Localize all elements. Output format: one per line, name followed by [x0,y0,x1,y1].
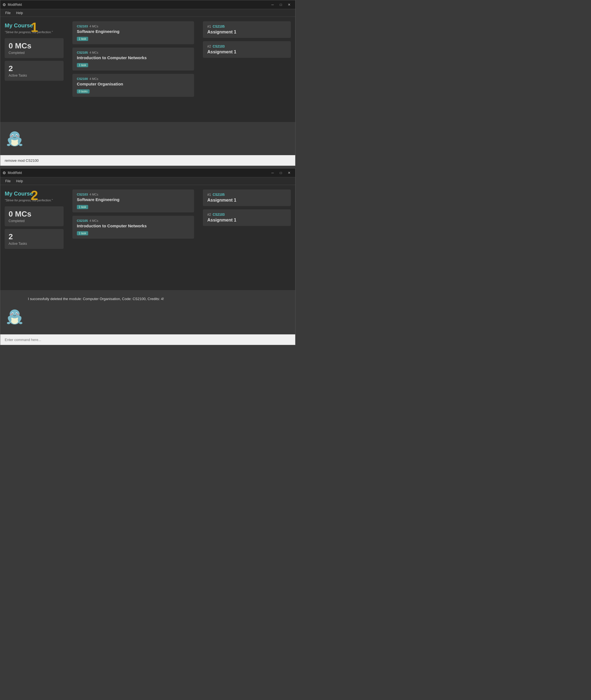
chat-message-2-wrapper: I successfully deleted the module: Compu… [28,297,290,301]
course-credits-2-1: 4 MCs [89,219,98,222]
window-controls-2: ─ □ ✕ [269,170,293,176]
course-header-2-0: CS2103 4 MCs [77,193,190,196]
command-bar-1 [0,155,295,166]
command-input-2[interactable] [0,334,295,345]
svg-point-18 [12,313,13,314]
menu-help-2[interactable]: Help [13,178,26,184]
svg-point-21 [17,314,19,315]
svg-point-22 [7,322,10,324]
task-item-1-0: #1 CS2105 Assignment 1 [203,21,291,38]
menubar-2: File Help [0,177,295,185]
svg-point-19 [16,313,17,314]
window-gap [0,166,296,168]
course-code-2-1: CS2105 [77,219,88,222]
app-title-1: ModtRekt [8,3,269,7]
window-controls-1: ─ □ ✕ [269,1,293,8]
mcs-label-1: Completed [9,51,60,55]
svg-point-23 [19,322,22,324]
command-bar-2 [0,334,295,345]
course-code-1-2: CS2100 [77,77,88,80]
task-name-2-0: Assignment 1 [207,198,286,203]
course-name-1-0: Software Engineering [77,29,190,34]
minimize-btn-1[interactable]: ─ [269,1,276,8]
menu-file-1[interactable]: File [2,10,13,16]
course-header-1-0: CS2103 4 MCs [77,24,190,28]
svg-point-7 [10,135,12,137]
course-card-1-2: CS2100 4 MCs Computer Organisation 0 tas… [72,74,194,97]
tasks-card-1: 2 Active Tasks [5,61,64,81]
task-item-2-0: #1 CS2105 Assignment 1 [203,189,291,206]
task-num-2-1: #2 [207,213,211,217]
menu-help-1[interactable]: Help [13,10,26,16]
tasks-card-2: 2 Active Tasks [5,229,64,249]
app-content-1: 1 My Course "Strive for progress, not pe… [0,17,295,122]
task-name-2-1: Assignment 1 [207,218,286,223]
close-btn-1[interactable]: ✕ [285,1,293,8]
course-header-1-1: CS2105 4 MCs [77,51,190,54]
course-badge-1-0: 1 task [77,37,88,41]
app-icon-1: ⚙ [2,2,6,7]
course-code-1-1: CS2105 [77,51,88,54]
titlebar-2: ⚙ ModtRekt ─ □ ✕ [0,168,295,177]
task-code-1-0: CS2105 [212,24,224,28]
app-icon-2: ⚙ [2,171,6,175]
svg-point-20 [10,314,12,315]
task-num-2-0: #1 [207,193,211,197]
task-code-2-1: CS2103 [212,213,224,217]
mascot-2 [6,308,23,326]
course-credits-1-1: 4 MCs [89,51,98,54]
menu-file-2[interactable]: File [2,178,13,184]
close-btn-2[interactable]: ✕ [285,170,293,176]
course-code-1-0: CS2103 [77,24,88,28]
tasks-panel-1: #1 CS2105 Assignment 1 #2 CS2103 Assignm… [198,17,295,122]
course-header-2-1: CS2105 4 MCs [77,219,190,222]
svg-point-10 [19,144,22,146]
courses-panel-1: CS2103 4 MCs Software Engineering 1 task… [68,17,198,122]
task-header-1-0: #1 CS2105 [207,24,286,28]
mcs-card-1: 0 MCs Completed [5,38,64,58]
tasks-number-1: 2 [9,64,60,73]
task-item-1-1: #2 CS2103 Assignment 1 [203,41,291,58]
task-header-1-1: #2 CS2103 [207,45,286,48]
course-badge-2-1: 1 task [77,231,88,235]
course-badge-1-2: 0 tasks [77,89,89,94]
window-2: ⚙ ModtRekt ─ □ ✕ File Help 2 My Course "… [0,168,296,345]
course-code-2-0: CS2103 [77,193,88,196]
maximize-btn-1[interactable]: □ [277,1,285,8]
mcs-label-2: Completed [9,219,60,223]
step-number-2: 2 [31,188,38,203]
app-content-2: 2 My Course "Strive for progress, not pe… [0,185,295,290]
titlebar-1: ⚙ ModtRekt ─ □ ✕ [0,0,295,9]
courses-panel-2: CS2103 4 MCs Software Engineering 1 task… [68,185,198,290]
svg-point-9 [7,144,10,146]
svg-point-6 [16,135,17,136]
course-name-2-1: Introduction to Computer Networks [77,224,190,228]
mascot-1 [6,130,23,148]
svg-point-8 [17,135,19,137]
course-badge-1-1: 1 task [77,63,88,67]
tasks-number-2: 2 [9,232,60,241]
course-name-1-2: Computer Organisation [77,81,190,86]
task-item-2-1: #2 CS2103 Assignment 1 [203,210,291,226]
chat-message-2: I successfully deleted the module: Compu… [28,297,290,301]
menubar-1: File Help [0,9,295,17]
course-header-1-2: CS2100 4 MCs [77,77,190,80]
course-card-1-1: CS2105 4 MCs Introduction to Computer Ne… [72,48,194,70]
task-header-2-1: #2 CS2103 [207,213,286,217]
course-credits-1-2: 4 MCs [89,77,98,80]
course-name-2-0: Software Engineering [77,197,190,202]
chat-area-1 [0,122,295,155]
svg-point-5 [12,135,13,136]
minimize-btn-2[interactable]: ─ [269,170,276,176]
course-card-1-0: CS2103 4 MCs Software Engineering 1 task [72,21,194,44]
maximize-btn-2[interactable]: □ [277,170,285,176]
command-input-1[interactable] [0,155,295,166]
course-card-2-1: CS2105 4 MCs Introduction to Computer Ne… [72,216,194,239]
tasks-panel-2: #1 CS2105 Assignment 1 #2 CS2103 Assignm… [198,185,295,290]
course-card-2-0: CS2103 4 MCs Software Engineering 1 task [72,189,194,213]
mcs-number-2: 0 MCs [9,210,60,219]
task-name-1-1: Assignment 1 [207,50,286,55]
task-code-2-0: CS2105 [212,193,224,197]
chat-area-2: I successfully deleted the module: Compu… [0,290,295,334]
window-1: ⚙ ModtRekt ─ □ ✕ File Help 1 My Course "… [0,0,296,166]
